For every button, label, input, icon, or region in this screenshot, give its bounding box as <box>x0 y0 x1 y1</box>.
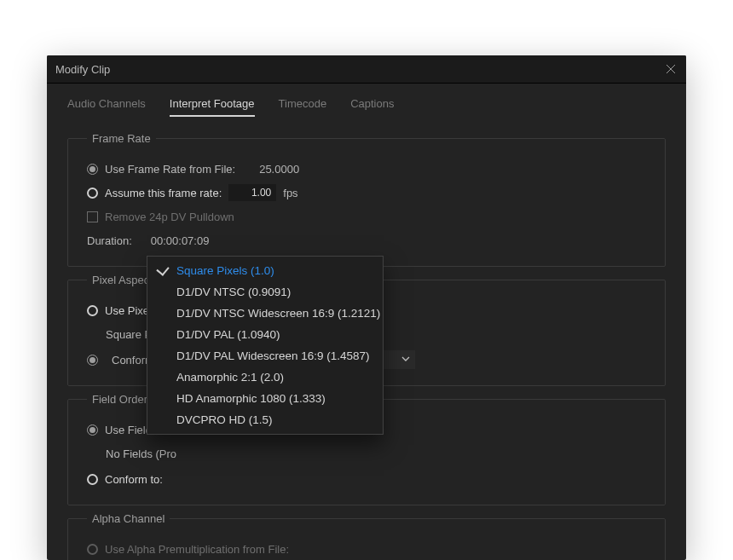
par-option[interactable]: DVCPRO HD (1.5) <box>147 409 383 430</box>
par-option[interactable]: Anamorphic 2:1 (2.0) <box>147 367 383 388</box>
dialog-title: Modify Clip <box>55 63 110 76</box>
tab-audio-channels[interactable]: Audio Channels <box>67 97 146 117</box>
label-field-conform: Conform to: <box>105 473 163 486</box>
file-frame-rate-value: 25.0000 <box>259 163 299 176</box>
label-assume-frame-rate: Assume this frame rate: <box>105 187 222 199</box>
par-option[interactable]: D1/DV PAL (1.0940) <box>147 324 383 345</box>
radio-par-from-file[interactable] <box>87 305 98 316</box>
alpha-channel-legend: Alpha Channel <box>87 512 170 525</box>
radio-field-conform[interactable] <box>87 474 98 485</box>
radio-par-conform[interactable] <box>87 355 98 366</box>
duration-value: 00:00:07:09 <box>151 234 210 247</box>
frame-rate-group: Frame Rate Use Frame Rate from File: 25.… <box>67 132 666 267</box>
fps-suffix: fps <box>283 187 297 199</box>
label-remove-pulldown: Remove 24p DV Pulldown <box>105 211 234 223</box>
frame-rate-legend: Frame Rate <box>87 132 156 145</box>
field-file-value: No Fields (Pro <box>106 447 176 460</box>
dialog-content: Audio Channels Interpret Footage Timecod… <box>47 84 686 560</box>
par-option[interactable]: D1/DV NTSC (0.9091) <box>147 281 383 303</box>
tab-bar: Audio Channels Interpret Footage Timecod… <box>67 94 666 125</box>
par-dropdown-popup: Square Pixels (1.0) D1/DV NTSC (0.9091) … <box>147 256 384 435</box>
checkbox-remove-pulldown[interactable] <box>87 211 98 222</box>
par-option[interactable]: HD Anamorphic 1080 (1.333) <box>147 388 383 409</box>
radio-alpha-from-file[interactable] <box>87 544 98 555</box>
par-option[interactable]: D1/DV PAL Widescreen 16:9 (1.4587) <box>147 345 383 367</box>
duration-label: Duration: <box>87 234 132 247</box>
par-option[interactable]: D1/DV NTSC Widescreen 16:9 (1.2121) <box>147 303 383 324</box>
tab-timecode[interactable]: Timecode <box>279 97 327 117</box>
assume-frame-rate-input[interactable]: 1.00 <box>228 184 276 201</box>
label-use-file-frame-rate: Use Frame Rate from File: <box>105 163 235 176</box>
label-alpha-from-file: Use Alpha Premultiplication from File: <box>105 543 289 556</box>
dialog-titlebar: Modify Clip <box>47 55 686 84</box>
radio-field-from-file[interactable] <box>87 424 98 436</box>
tab-interpret-footage[interactable]: Interpret Footage <box>170 97 255 117</box>
close-icon <box>665 63 677 75</box>
chevron-down-icon <box>401 355 410 363</box>
field-order-legend: Field Order <box>87 393 153 406</box>
close-button[interactable] <box>662 61 679 78</box>
tab-captions[interactable]: Captions <box>350 97 394 117</box>
radio-assume-frame-rate[interactable] <box>87 188 98 199</box>
modify-clip-dialog: Modify Clip Audio Channels Interpret Foo… <box>47 55 686 560</box>
radio-use-file-frame-rate[interactable] <box>87 164 98 175</box>
alpha-channel-group: Alpha Channel Use Alpha Premultiplicatio… <box>67 512 666 560</box>
par-option[interactable]: Square Pixels (1.0) <box>147 260 383 281</box>
